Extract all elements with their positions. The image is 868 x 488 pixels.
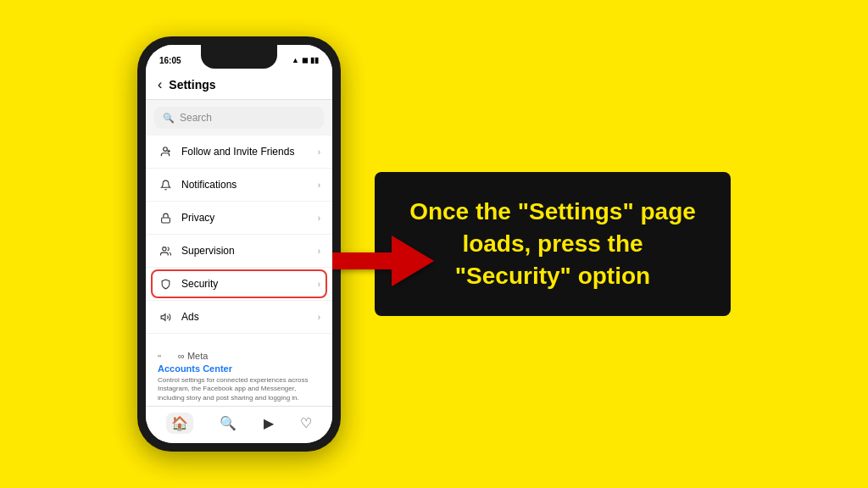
security-icon bbox=[158, 276, 173, 291]
menu-item-notifications[interactable]: Notifications › bbox=[146, 169, 332, 202]
settings-title: Settings bbox=[169, 78, 215, 92]
nav-heart-icon[interactable]: ♡ bbox=[300, 415, 312, 431]
supervision-chevron: › bbox=[318, 247, 320, 256]
arrow-container bbox=[332, 227, 434, 298]
svg-point-0 bbox=[164, 147, 168, 152]
notifications-chevron: › bbox=[318, 180, 320, 190]
menu-list: Follow and Invite Friends › Notification… bbox=[146, 136, 332, 342]
info-text: Once the "Settings" page loads, press th… bbox=[402, 196, 704, 291]
search-placeholder: Search bbox=[180, 112, 212, 124]
follow-chevron: › bbox=[318, 147, 320, 157]
notifications-label: Notifications bbox=[181, 179, 318, 191]
bottom-nav: 🏠 🔍 ▶ ♡ bbox=[146, 406, 332, 443]
main-container: 16:05 ▲ ◼ ▮▮ ‹ Settings 🔍 Search bbox=[0, 0, 868, 488]
meta-logo: ∞ ∞ Meta bbox=[158, 351, 320, 361]
follow-label: Follow and Invite Friends bbox=[181, 146, 318, 158]
privacy-chevron: › bbox=[318, 214, 320, 223]
red-arrow-svg bbox=[332, 227, 434, 295]
menu-item-follow[interactable]: Follow and Invite Friends › bbox=[146, 136, 332, 169]
svg-rect-3 bbox=[161, 217, 170, 222]
svg-text:∞: ∞ bbox=[158, 353, 161, 358]
settings-header: ‹ Settings bbox=[146, 70, 332, 100]
phone-notch bbox=[201, 45, 277, 69]
supervision-label: Supervision bbox=[181, 245, 318, 257]
privacy-icon bbox=[158, 210, 173, 225]
meta-description: Control settings for connected experienc… bbox=[158, 376, 320, 402]
menu-item-supervision[interactable]: Supervision › bbox=[146, 235, 332, 268]
search-bar[interactable]: 🔍 Search bbox=[154, 107, 324, 129]
menu-item-ads[interactable]: Ads › bbox=[146, 301, 332, 334]
menu-item-privacy[interactable]: Privacy › bbox=[146, 202, 332, 235]
ads-chevron: › bbox=[318, 313, 320, 322]
meta-section: ∞ ∞ Meta Accounts Center Control setting… bbox=[146, 342, 332, 406]
nav-home-icon[interactable]: 🏠 bbox=[166, 413, 193, 434]
svg-point-4 bbox=[162, 247, 165, 250]
nav-search-icon[interactable]: 🔍 bbox=[220, 415, 236, 431]
back-button[interactable]: ‹ bbox=[158, 77, 162, 92]
phone-wrapper: 16:05 ▲ ◼ ▮▮ ‹ Settings 🔍 Search bbox=[137, 36, 341, 452]
security-chevron: › bbox=[318, 280, 320, 289]
status-icons: ▲ ◼ ▮▮ bbox=[292, 56, 319, 64]
svg-marker-5 bbox=[161, 313, 165, 320]
supervision-icon bbox=[158, 243, 173, 258]
status-time: 16:05 bbox=[159, 56, 181, 65]
nav-reels-icon[interactable]: ▶ bbox=[264, 415, 274, 431]
menu-item-account[interactable]: Account › bbox=[146, 334, 332, 342]
notifications-icon bbox=[158, 177, 173, 192]
search-icon: 🔍 bbox=[163, 113, 175, 124]
ads-icon bbox=[158, 309, 173, 324]
svg-marker-13 bbox=[332, 236, 434, 286]
ads-label: Ads bbox=[181, 311, 318, 323]
privacy-label: Privacy bbox=[181, 212, 318, 224]
phone-screen: 16:05 ▲ ◼ ▮▮ ‹ Settings 🔍 Search bbox=[146, 45, 332, 443]
accounts-center-link[interactable]: Accounts Center bbox=[158, 363, 320, 374]
security-label: Security bbox=[181, 278, 318, 290]
phone-device: 16:05 ▲ ◼ ▮▮ ‹ Settings 🔍 Search bbox=[137, 36, 341, 452]
menu-item-security[interactable]: Security › bbox=[146, 268, 332, 301]
follow-icon bbox=[158, 144, 173, 159]
